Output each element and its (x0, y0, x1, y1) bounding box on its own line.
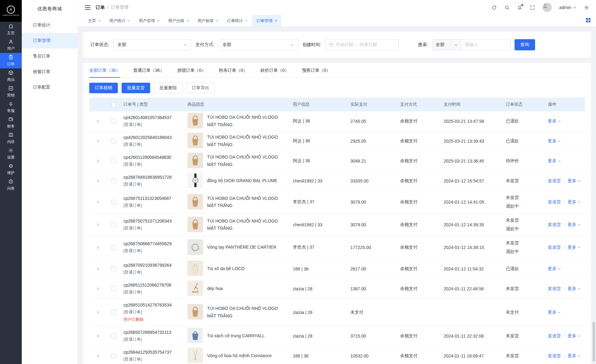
verify-order-button[interactable]: 订单核销 (89, 83, 118, 93)
more-action-link[interactable]: 更多 (548, 118, 561, 124)
row-checkbox[interactable] (111, 266, 116, 271)
tab-1[interactable]: 用户统计× (105, 15, 135, 26)
order-tab-2[interactable]: 拼团订单（0） (177, 68, 206, 77)
more-action-link[interactable]: 更多 (548, 310, 561, 315)
app-logo[interactable]: A AMERICAN DREAM (0, 0, 22, 22)
tab-5[interactable]: 订单统计× (223, 15, 252, 26)
row-expander[interactable] (89, 354, 107, 358)
order-tab-0[interactable]: 全部订单（36） (89, 68, 120, 77)
more-action-link[interactable]: 更多 (568, 245, 581, 250)
tab-2[interactable]: 用户管理× (134, 15, 164, 26)
vertical-scrollbar[interactable] (593, 322, 595, 362)
row-expander[interactable] (89, 139, 107, 143)
submenu-item-2[interactable]: 售后订单 (22, 48, 78, 64)
breadcrumb-root[interactable]: 订单 (95, 5, 105, 11)
ship-action-link[interactable]: 发送货 (548, 199, 561, 205)
close-icon[interactable]: × (275, 18, 277, 23)
user-menu[interactable]: admin (559, 5, 576, 10)
sidebar-item-survey[interactable]: 问卷 (0, 177, 22, 193)
tab-4[interactable]: 用户标签× (193, 15, 223, 26)
row-checkbox[interactable] (111, 223, 116, 227)
refresh-icon[interactable] (492, 5, 497, 10)
row-checkbox[interactable] (111, 286, 116, 291)
order-tab-1[interactable]: 普通订单（36） (133, 68, 164, 77)
row-expander[interactable] (89, 119, 107, 123)
close-icon[interactable]: × (216, 18, 218, 23)
ship-action-link[interactable]: 发送货 (548, 286, 561, 292)
avatar[interactable] (543, 3, 552, 12)
row-checkbox[interactable] (111, 139, 116, 143)
row-checkbox[interactable] (111, 334, 116, 338)
ship-action-link[interactable]: 发送货 (548, 353, 561, 359)
search-icon[interactable] (504, 5, 510, 10)
ship-action-link[interactable]: 发送货 (548, 222, 561, 228)
row-expander[interactable] (89, 246, 107, 249)
sidebar-item-user[interactable]: 用户 (0, 37, 22, 53)
ship-action-link[interactable]: 发送货 (548, 333, 561, 339)
close-icon[interactable]: × (245, 18, 248, 23)
sidebar-item-finance[interactable]: 财务 (0, 115, 22, 131)
more-action-link[interactable]: 更多 (568, 353, 581, 359)
notifications-bell-icon[interactable] (517, 5, 522, 10)
bulk-delete-button[interactable]: 批量删除 (154, 83, 182, 93)
close-icon[interactable]: × (128, 18, 130, 23)
submenu-item-1[interactable]: 订单管理 (22, 33, 78, 48)
tab-3[interactable]: 用户分组× (164, 15, 193, 26)
submenu-item-3[interactable]: 收银订单 (22, 64, 78, 80)
row-checkbox[interactable] (111, 119, 116, 123)
more-action-link[interactable]: 更多 (568, 199, 581, 205)
bulk-ship-button[interactable]: 批量发货 (122, 83, 150, 93)
ship-action-link[interactable]: 发送货 (548, 245, 561, 250)
date-range-picker[interactable]: 开始日期 - 结束日期 (326, 39, 399, 50)
search-scope-select[interactable]: 全部 (433, 39, 461, 50)
more-action-link[interactable]: 更多 (548, 266, 561, 272)
row-expander[interactable] (89, 223, 107, 227)
order-status-select[interactable]: 全部 (113, 39, 191, 50)
row-checkbox[interactable] (111, 178, 116, 183)
sidebar-item-home[interactable]: 主页 (0, 22, 22, 37)
export-orders-button[interactable]: 订单导出 (186, 83, 215, 93)
close-icon[interactable]: × (157, 18, 159, 23)
sidebar-item-marketing[interactable]: 营销 (0, 84, 22, 99)
select-all-checkbox[interactable] (111, 102, 116, 107)
row-expander[interactable] (89, 311, 107, 314)
search-input[interactable]: 请输入 (461, 39, 511, 50)
fullscreen-icon[interactable] (530, 5, 535, 10)
row-expander[interactable] (89, 334, 107, 338)
close-icon[interactable]: × (98, 18, 101, 23)
row-checkbox[interactable] (111, 159, 116, 163)
sidebar-item-goods[interactable]: 商品 (0, 68, 22, 84)
order-tab-3[interactable]: 秒杀订单（0） (219, 68, 247, 77)
settings-gear-icon[interactable] (584, 5, 589, 10)
tab-layout-grid-icon[interactable] (586, 18, 590, 24)
submenu-item-4[interactable]: 订单配置 (22, 80, 78, 95)
more-action-link[interactable]: 更多 (548, 138, 561, 144)
sidebar-item-content[interactable]: 内容 (0, 131, 22, 146)
row-checkbox[interactable] (111, 245, 116, 250)
row-expander[interactable] (89, 267, 107, 271)
sidebar-item-service[interactable]: 客服 (0, 99, 22, 115)
row-expander[interactable] (89, 179, 107, 183)
row-checkbox[interactable] (111, 200, 116, 205)
more-action-link[interactable]: 更多 (568, 222, 581, 228)
tab-0[interactable]: 主页× (84, 15, 105, 26)
close-icon[interactable]: × (187, 18, 189, 23)
more-action-link[interactable]: 更多 (568, 178, 581, 184)
sidebar-item-settings[interactable]: 设置 (0, 146, 22, 162)
row-checkbox[interactable] (111, 310, 116, 315)
ship-action-link[interactable]: 发送货 (548, 178, 561, 184)
row-checkbox[interactable] (111, 353, 116, 358)
collapse-menu-icon[interactable] (85, 5, 90, 10)
submenu-item-0[interactable]: 订单统计 (22, 17, 78, 33)
more-action-link[interactable]: 更多 (548, 158, 561, 164)
order-tab-4[interactable]: 砍价订单（0） (261, 68, 289, 77)
sidebar-item-maintain[interactable]: 维护 (0, 162, 22, 177)
more-action-link[interactable]: 更多 (568, 286, 581, 292)
tab-6[interactable]: 订单管理× (252, 15, 282, 26)
pay-method-select[interactable]: 全部 (219, 39, 298, 50)
order-tab-5[interactable]: 预售订单（0） (302, 68, 331, 77)
row-expander[interactable] (89, 159, 107, 163)
query-button[interactable]: 查询 (515, 39, 535, 50)
row-expander[interactable] (89, 200, 107, 204)
more-action-link[interactable]: 更多 (568, 333, 581, 339)
